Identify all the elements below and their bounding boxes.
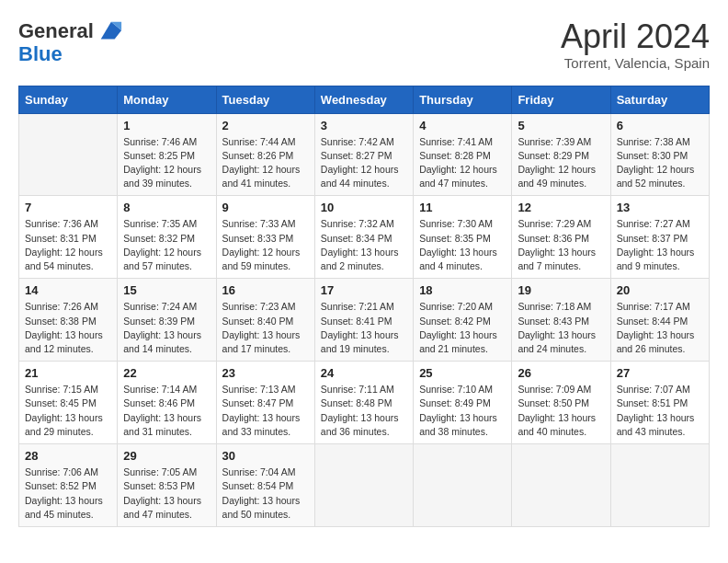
day-info: Sunrise: 7:13 AMSunset: 8:47 PMDaylight:…	[222, 383, 309, 439]
calendar-table: SundayMondayTuesdayWednesdayThursdayFrid…	[18, 86, 710, 527]
day-info: Sunrise: 7:27 AMSunset: 8:37 PMDaylight:…	[617, 217, 703, 273]
page-header: General Blue April 2024 Torrent, Valenci…	[18, 18, 710, 71]
weekday-header-thursday: Thursday	[414, 86, 512, 113]
calendar-cell: 12Sunrise: 7:29 AMSunset: 8:36 PMDayligh…	[512, 196, 610, 279]
day-info: Sunrise: 7:26 AMSunset: 8:38 PMDaylight:…	[25, 300, 111, 356]
day-number: 18	[419, 283, 506, 297]
day-number: 4	[419, 119, 506, 132]
calendar-cell: 4Sunrise: 7:41 AMSunset: 8:28 PMDaylight…	[414, 113, 512, 196]
logo-general: General	[18, 21, 94, 41]
calendar-cell: 1Sunrise: 7:46 AMSunset: 8:25 PMDaylight…	[118, 113, 216, 196]
logo: General Blue	[18, 18, 123, 64]
day-info: Sunrise: 7:07 AMSunset: 8:51 PMDaylight:…	[617, 383, 703, 439]
weekday-header-tuesday: Tuesday	[216, 86, 314, 113]
day-number: 1	[123, 119, 210, 132]
day-number: 2	[222, 119, 309, 132]
day-number: 16	[222, 283, 309, 297]
calendar-cell: 15Sunrise: 7:24 AMSunset: 8:39 PMDayligh…	[118, 279, 216, 362]
day-info: Sunrise: 7:41 AMSunset: 8:28 PMDaylight:…	[419, 135, 506, 191]
calendar-cell: 14Sunrise: 7:26 AMSunset: 8:38 PMDayligh…	[19, 279, 118, 362]
calendar-cell: 26Sunrise: 7:09 AMSunset: 8:50 PMDayligh…	[512, 362, 610, 444]
subtitle: Torrent, Valencia, Spain	[561, 55, 710, 71]
day-number: 25	[419, 366, 506, 380]
day-info: Sunrise: 7:44 AMSunset: 8:26 PMDaylight:…	[222, 135, 309, 191]
calendar-cell: 21Sunrise: 7:15 AMSunset: 8:45 PMDayligh…	[19, 362, 118, 444]
calendar-cell: 23Sunrise: 7:13 AMSunset: 8:47 PMDayligh…	[216, 362, 314, 444]
calendar-cell: 20Sunrise: 7:17 AMSunset: 8:44 PMDayligh…	[610, 279, 709, 362]
day-number: 7	[25, 201, 111, 214]
calendar-cell: 9Sunrise: 7:33 AMSunset: 8:33 PMDaylight…	[216, 196, 314, 279]
calendar-cell: 5Sunrise: 7:39 AMSunset: 8:29 PMDaylight…	[512, 113, 610, 196]
calendar-cell: 25Sunrise: 7:10 AMSunset: 8:49 PMDayligh…	[414, 362, 512, 444]
calendar-cell	[19, 113, 118, 196]
day-number: 21	[25, 366, 111, 380]
calendar-cell: 27Sunrise: 7:07 AMSunset: 8:51 PMDayligh…	[610, 362, 709, 444]
weekday-header-row: SundayMondayTuesdayWednesdayThursdayFrid…	[19, 86, 710, 113]
calendar-cell	[512, 444, 610, 527]
calendar-cell: 8Sunrise: 7:35 AMSunset: 8:32 PMDaylight…	[118, 196, 216, 279]
day-number: 22	[123, 366, 210, 380]
day-info: Sunrise: 7:06 AMSunset: 8:52 PMDaylight:…	[25, 465, 111, 522]
calendar-week-row: 7Sunrise: 7:36 AMSunset: 8:31 PMDaylight…	[19, 196, 710, 279]
weekday-header-saturday: Saturday	[610, 86, 709, 113]
day-number: 20	[617, 283, 703, 297]
day-number: 8	[123, 201, 210, 214]
calendar-cell: 24Sunrise: 7:11 AMSunset: 8:48 PMDayligh…	[314, 362, 413, 444]
logo-blue: Blue	[18, 42, 63, 65]
day-info: Sunrise: 7:39 AMSunset: 8:29 PMDaylight:…	[518, 135, 604, 191]
day-info: Sunrise: 7:18 AMSunset: 8:43 PMDaylight:…	[518, 300, 604, 356]
calendar-week-row: 28Sunrise: 7:06 AMSunset: 8:52 PMDayligh…	[19, 444, 710, 527]
calendar-cell	[610, 444, 709, 527]
calendar-cell: 3Sunrise: 7:42 AMSunset: 8:27 PMDaylight…	[314, 113, 413, 196]
day-info: Sunrise: 7:29 AMSunset: 8:36 PMDaylight:…	[518, 217, 604, 273]
day-number: 17	[321, 283, 407, 297]
calendar-cell: 13Sunrise: 7:27 AMSunset: 8:37 PMDayligh…	[610, 196, 709, 279]
calendar-week-row: 1Sunrise: 7:46 AMSunset: 8:25 PMDaylight…	[19, 113, 710, 196]
day-number: 24	[321, 366, 407, 380]
calendar-cell: 7Sunrise: 7:36 AMSunset: 8:31 PMDaylight…	[19, 196, 118, 279]
day-info: Sunrise: 7:17 AMSunset: 8:44 PMDaylight:…	[617, 300, 703, 356]
day-info: Sunrise: 7:23 AMSunset: 8:40 PMDaylight:…	[222, 300, 309, 356]
day-info: Sunrise: 7:21 AMSunset: 8:41 PMDaylight:…	[321, 300, 407, 356]
calendar-cell: 11Sunrise: 7:30 AMSunset: 8:35 PMDayligh…	[414, 196, 512, 279]
calendar-cell	[414, 444, 512, 527]
day-number: 19	[518, 283, 604, 297]
calendar-cell: 16Sunrise: 7:23 AMSunset: 8:40 PMDayligh…	[216, 279, 314, 362]
logo-icon	[97, 18, 123, 44]
weekday-header-friday: Friday	[512, 86, 610, 113]
calendar-cell: 22Sunrise: 7:14 AMSunset: 8:46 PMDayligh…	[118, 362, 216, 444]
day-number: 15	[123, 283, 210, 297]
calendar-cell: 28Sunrise: 7:06 AMSunset: 8:52 PMDayligh…	[19, 444, 118, 527]
calendar-cell: 18Sunrise: 7:20 AMSunset: 8:42 PMDayligh…	[414, 279, 512, 362]
day-info: Sunrise: 7:36 AMSunset: 8:31 PMDaylight:…	[25, 217, 111, 273]
day-info: Sunrise: 7:46 AMSunset: 8:25 PMDaylight:…	[123, 135, 210, 191]
calendar-week-row: 21Sunrise: 7:15 AMSunset: 8:45 PMDayligh…	[19, 362, 710, 444]
day-info: Sunrise: 7:05 AMSunset: 8:53 PMDaylight:…	[123, 465, 210, 522]
day-info: Sunrise: 7:09 AMSunset: 8:50 PMDaylight:…	[518, 383, 604, 439]
calendar-cell: 6Sunrise: 7:38 AMSunset: 8:30 PMDaylight…	[610, 113, 709, 196]
day-info: Sunrise: 7:24 AMSunset: 8:39 PMDaylight:…	[123, 300, 210, 356]
day-number: 12	[518, 201, 604, 214]
day-info: Sunrise: 7:20 AMSunset: 8:42 PMDaylight:…	[419, 300, 506, 356]
calendar-cell: 30Sunrise: 7:04 AMSunset: 8:54 PMDayligh…	[216, 444, 314, 527]
day-info: Sunrise: 7:42 AMSunset: 8:27 PMDaylight:…	[321, 135, 407, 191]
weekday-header-monday: Monday	[118, 86, 216, 113]
day-number: 14	[25, 283, 111, 297]
day-info: Sunrise: 7:30 AMSunset: 8:35 PMDaylight:…	[419, 217, 506, 273]
calendar-cell: 2Sunrise: 7:44 AMSunset: 8:26 PMDaylight…	[216, 113, 314, 196]
day-number: 13	[617, 201, 703, 214]
weekday-header-wednesday: Wednesday	[314, 86, 413, 113]
day-number: 10	[321, 201, 407, 214]
day-info: Sunrise: 7:35 AMSunset: 8:32 PMDaylight:…	[123, 217, 210, 273]
day-number: 26	[518, 366, 604, 380]
calendar-cell: 19Sunrise: 7:18 AMSunset: 8:43 PMDayligh…	[512, 279, 610, 362]
day-info: Sunrise: 7:33 AMSunset: 8:33 PMDaylight:…	[222, 217, 309, 273]
day-number: 30	[222, 449, 309, 463]
day-info: Sunrise: 7:32 AMSunset: 8:34 PMDaylight:…	[321, 217, 407, 273]
day-number: 29	[123, 449, 210, 463]
day-number: 23	[222, 366, 309, 380]
main-title: April 2024	[561, 18, 710, 55]
day-info: Sunrise: 7:04 AMSunset: 8:54 PMDaylight:…	[222, 465, 309, 522]
day-number: 3	[321, 119, 407, 132]
day-number: 5	[518, 119, 604, 132]
